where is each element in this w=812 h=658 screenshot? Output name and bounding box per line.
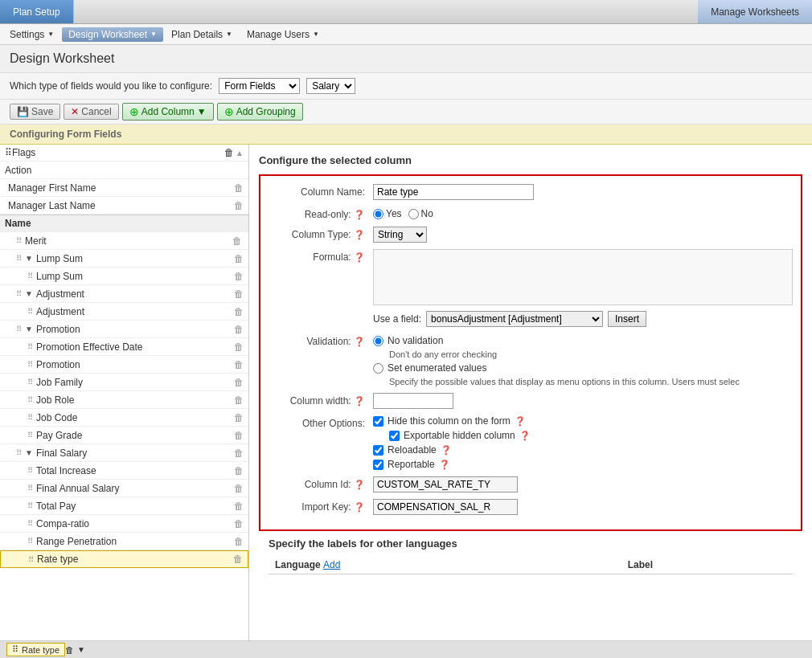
nav-manage-worksheets[interactable]: Manage Worksheets — [698, 0, 812, 23]
no-validation-radio[interactable] — [373, 336, 383, 346]
status-selected-item[interactable]: ⠿ Rate type — [6, 643, 65, 656]
reloadable-option[interactable]: Reloadable ❓ — [373, 444, 793, 456]
trash-icon[interactable]: 🗑 — [224, 147, 234, 158]
trash-icon[interactable]: 🗑 — [234, 394, 244, 406]
trash-icon[interactable]: 🗑 — [232, 235, 242, 247]
scroll-arrow-up[interactable]: ▲ — [236, 149, 244, 157]
list-item[interactable]: ⠿ Merit 🗑 — [0, 232, 248, 250]
trash-icon[interactable]: 🗑 — [234, 536, 244, 547]
hide-column-help-icon[interactable]: ❓ — [515, 416, 526, 427]
trash-icon[interactable]: 🗑 — [234, 377, 244, 388]
column-id-help-icon[interactable]: ❓ — [354, 480, 365, 489]
reportable-checkbox[interactable] — [373, 460, 383, 470]
expand-arrow[interactable]: ▼ — [25, 289, 33, 298]
column-id-input[interactable] — [373, 476, 518, 492]
list-item[interactable]: ⠿ ▼ Final Salary 🗑 — [0, 444, 248, 462]
reloadable-help-icon[interactable]: ❓ — [441, 445, 452, 456]
menu-design-worksheet[interactable]: Design Worksheet ▼ — [62, 27, 163, 42]
trash-icon[interactable]: 🗑 — [234, 200, 244, 211]
menu-manage-users[interactable]: Manage Users ▼ — [240, 27, 326, 42]
list-item[interactable]: Manager First Name 🗑 — [0, 179, 248, 197]
trash-icon[interactable]: 🗑 — [234, 465, 244, 476]
trash-icon[interactable]: 🗑 — [233, 554, 243, 565]
menu-settings[interactable]: Settings ▼ — [3, 27, 60, 42]
enumerated-radio[interactable] — [373, 363, 383, 374]
column-type-select[interactable]: String Number Date — [373, 227, 427, 243]
trash-icon[interactable]: 🗑 — [234, 253, 244, 264]
expand-arrow[interactable]: ▼ — [25, 448, 33, 457]
list-item[interactable]: ⠿ Job Role 🗑 — [0, 391, 248, 409]
list-item[interactable]: ⠿ Total Pay 🗑 — [0, 497, 248, 515]
list-item[interactable]: ⠿ ▼ Promotion 🗑 — [0, 321, 248, 338]
save-button[interactable]: 💾 Save — [10, 104, 60, 120]
expand-arrow[interactable]: ▼ — [25, 325, 33, 333]
trash-icon[interactable]: 🗑 — [234, 483, 244, 494]
column-type-help-icon[interactable]: ❓ — [354, 230, 365, 239]
validation-help-icon[interactable]: ❓ — [354, 337, 365, 346]
list-item[interactable]: ⠿ Total Increase 🗑 — [0, 462, 248, 480]
status-trash-icon[interactable]: 🗑 — [65, 645, 74, 655]
hide-column-option[interactable]: Hide this column on the form ❓ — [373, 415, 793, 427]
readonly-no-option[interactable]: No — [408, 208, 433, 219]
list-item[interactable]: ⠿ Job Code 🗑 — [0, 409, 248, 427]
column-width-input[interactable] — [373, 393, 453, 409]
hide-column-checkbox[interactable] — [373, 416, 383, 427]
add-grouping-button[interactable]: ⊕ Add Grouping — [217, 103, 303, 121]
trash-icon[interactable]: 🗑 — [234, 501, 244, 512]
list-item-rate-type[interactable]: ⠿ Rate type 🗑 — [0, 550, 248, 568]
trash-icon[interactable]: 🗑 — [234, 359, 244, 370]
list-item[interactable]: ⠿ Range Penetration 🗑 — [0, 533, 248, 550]
list-item[interactable]: ⠿ Final Annual Salary 🗑 — [0, 480, 248, 497]
exportable-help-icon[interactable]: ❓ — [519, 431, 531, 441]
list-item[interactable]: ⠿ Flags 🗑 ▲ — [0, 145, 248, 161]
list-item[interactable]: ⠿ Job Family 🗑 — [0, 374, 248, 391]
expand-arrow[interactable]: ▼ — [25, 254, 33, 263]
trash-icon[interactable]: 🗑 — [234, 448, 244, 459]
readonly-yes-radio[interactable] — [373, 209, 383, 219]
list-item[interactable]: ⠿ Promotion 🗑 — [0, 356, 248, 374]
import-key-input[interactable] — [373, 499, 518, 515]
trash-icon[interactable]: 🗑 — [234, 271, 244, 282]
reportable-help-icon[interactable]: ❓ — [439, 460, 450, 470]
menu-plan-details[interactable]: Plan Details ▼ — [165, 27, 239, 42]
readonly-help-icon[interactable]: ❓ — [354, 210, 365, 219]
salary-select[interactable]: Salary Bonus — [306, 78, 355, 94]
cancel-button[interactable]: ✕ Cancel — [64, 104, 118, 120]
use-field-select[interactable]: bonusAdjustment [Adjustment] — [426, 311, 603, 327]
list-item[interactable]: Name — [0, 215, 248, 232]
import-key-help-icon[interactable]: ❓ — [354, 502, 365, 512]
column-width-help-icon[interactable]: ❓ — [354, 396, 365, 406]
formula-textarea[interactable] — [373, 249, 793, 305]
trash-icon[interactable]: 🗑 — [234, 324, 244, 335]
enumerated-option[interactable]: Set enumerated values — [373, 362, 793, 374]
list-item[interactable]: ⠿ ▼ Adjustment 🗑 — [0, 285, 248, 303]
trash-icon[interactable]: 🗑 — [234, 412, 244, 423]
nav-plan-setup[interactable]: Plan Setup — [0, 0, 74, 23]
field-type-select[interactable]: Form Fields Display Fields — [219, 78, 300, 94]
list-item[interactable]: Action — [0, 161, 248, 179]
exportable-hidden-option[interactable]: Exportable hidden column ❓ — [373, 430, 793, 441]
trash-icon[interactable]: 🗑 — [234, 182, 244, 194]
list-item[interactable]: ⠿ Promotion Effective Date 🗑 — [0, 338, 248, 356]
readonly-no-radio[interactable] — [408, 209, 419, 219]
insert-button[interactable]: Insert — [608, 311, 646, 327]
trash-icon[interactable]: 🗑 — [234, 430, 244, 441]
trash-icon[interactable]: 🗑 — [234, 518, 244, 529]
list-item[interactable]: ⠿ Adjustment 🗑 — [0, 303, 248, 321]
list-item[interactable]: ⠿ Lump Sum 🗑 — [0, 268, 248, 285]
list-item[interactable]: Manager Last Name 🗑 — [0, 197, 248, 215]
list-item[interactable]: ⠿ Pay Grade 🗑 — [0, 427, 248, 444]
trash-icon[interactable]: 🗑 — [234, 306, 244, 317]
list-item[interactable]: ⠿ Compa-ratio 🗑 — [0, 515, 248, 533]
column-name-input[interactable] — [373, 184, 534, 200]
reportable-option[interactable]: Reportable ❓ — [373, 459, 793, 470]
readonly-yes-option[interactable]: Yes — [373, 208, 402, 219]
add-column-button[interactable]: ⊕ Add Column ▼ — [122, 103, 214, 121]
trash-icon[interactable]: 🗑 — [234, 341, 244, 353]
formula-help-icon[interactable]: ❓ — [354, 252, 365, 262]
trash-icon[interactable]: 🗑 — [234, 288, 244, 300]
no-validation-option[interactable]: No validation — [373, 335, 793, 346]
list-item[interactable]: ⠿ ▼ Lump Sum 🗑 — [0, 250, 248, 268]
exportable-hidden-checkbox[interactable] — [389, 431, 400, 441]
add-language-link[interactable]: Add — [323, 559, 340, 570]
